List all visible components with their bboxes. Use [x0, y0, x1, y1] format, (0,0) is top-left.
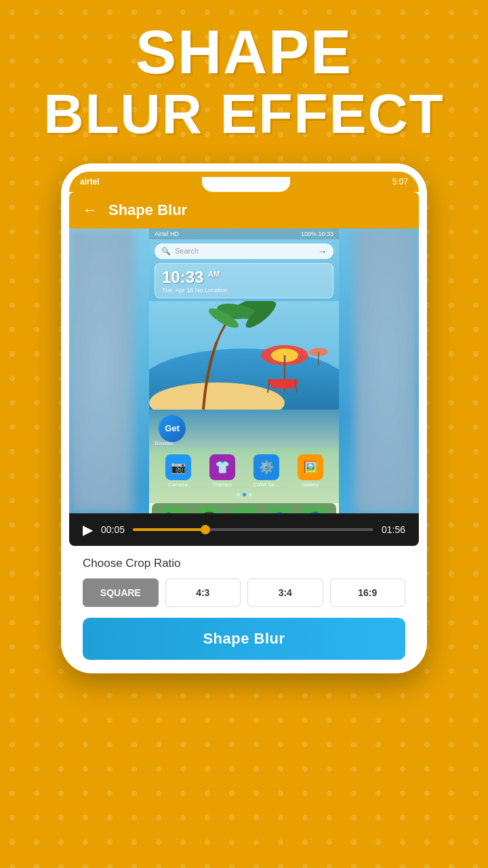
app-bar-title: Shape Blur [108, 201, 187, 219]
svg-rect-11 [271, 384, 295, 389]
inner-icon-camera: 📷 Camera [165, 454, 191, 488]
crop-3-4[interactable]: 3:4 [247, 578, 323, 607]
back-button[interactable]: ← [83, 201, 98, 219]
headline-blur-effect: BLUR EFFECT [43, 85, 444, 143]
shape-blur-button[interactable]: Shape Blur [83, 618, 405, 660]
inner-time-display: 10:33 AM [162, 268, 326, 287]
dock-message: 💬 [197, 507, 221, 513]
inner-icons-row: 📷 Camera 👕 Themes ⚙️ CMM Se... [152, 452, 336, 490]
gallery-icon-box: 🖼️ [298, 454, 323, 480]
beach-scene [149, 301, 339, 410]
cmm-icon-box: ⚙️ [253, 454, 279, 480]
status-time: 5:07 [392, 177, 408, 186]
play-button[interactable]: ▶ [83, 521, 93, 538]
phone-mockup: airtel 5:07 ← Shape Blur Airtel HD [61, 163, 427, 673]
inner-search-arrow: → [318, 246, 327, 256]
inner-icon-themes: 👕 Themes [209, 454, 235, 488]
cmm-label: CMM Se... [253, 481, 279, 488]
page-dots [152, 493, 336, 496]
camera-icon-box: 📷 [165, 454, 191, 480]
inner-time-widget: 10:33 AM Tue, Apr 16 No Location [155, 263, 333, 298]
progress-thumb[interactable] [201, 525, 210, 534]
crop-label: Choose Crop Ratio [83, 557, 405, 570]
camera-label: Camera [168, 481, 187, 488]
time-total: 01:56 [382, 524, 405, 535]
inner-search-bar: 🔍 Search → [155, 243, 333, 259]
app-icons-area: 📷 Camera 👕 Themes ⚙️ CMM Se... [149, 448, 339, 503]
dot-3 [249, 493, 252, 496]
progress-track[interactable] [133, 528, 373, 531]
gallery-label: Gallery [302, 481, 319, 488]
inner-status-bar: Airtel HD 100% 10:33 [149, 229, 339, 239]
blur-right [354, 229, 419, 513]
inner-icon-gallery: 🖼️ Gallery [298, 454, 323, 488]
inner-search-text: Search [175, 247, 314, 255]
dock-phone: 📞 [161, 507, 186, 513]
phone-top-row: airtel 5:07 [69, 172, 419, 192]
status-carrier: airtel [80, 177, 100, 186]
themes-icon-box: 👕 [209, 454, 235, 480]
dot-1 [237, 493, 240, 496]
inner-phone: Airtel HD 100% 10:33 🔍 Search → 10:33 AM [149, 229, 339, 513]
crop-square[interactable]: SQUARE [83, 578, 159, 607]
page-content: SHAPE BLUR EFFECT airtel 5:07 ← Shape Bl… [0, 0, 488, 868]
inner-search-icon: 🔍 [161, 247, 171, 256]
app-bar: ← Shape Blur [69, 192, 419, 229]
time-current: 00:05 [101, 524, 125, 535]
phone-notch [202, 177, 290, 192]
controls-bar: ▶ 00:05 01:56 [69, 513, 419, 546]
themes-label: Themes [212, 481, 232, 488]
crop-4-3[interactable]: 4:3 [165, 578, 241, 607]
crop-options: SQUARE 4:3 3:4 16:9 [83, 578, 405, 607]
progress-fill [133, 528, 205, 531]
dock-browser: 🔵 [302, 507, 327, 513]
booster-circle: Get [159, 415, 186, 442]
dock-apps: ⊞ [232, 507, 256, 513]
booster-label: Booster [155, 440, 174, 446]
svg-rect-10 [268, 379, 298, 384]
booster-row: Get Booster [149, 410, 339, 448]
inner-date: Tue, Apr 16 No Location [162, 287, 326, 294]
bottom-panel: Choose Crop Ratio SQUARE 4:3 3:4 16:9 Sh… [69, 546, 419, 673]
inner-carrier: Airtel HD [155, 231, 179, 237]
screen-content: Airtel HD 100% 10:33 🔍 Search → 10:33 AM [69, 229, 419, 513]
inner-icon-cmm: ⚙️ CMM Se... [253, 454, 279, 488]
dock-contacts: 👤 [267, 507, 291, 513]
inner-time-status: 100% 10:33 [301, 231, 333, 237]
dot-2-active [243, 493, 246, 496]
blur-left [69, 229, 134, 513]
crop-16-9[interactable]: 16:9 [330, 578, 406, 607]
inner-dock: 📞 💬 ⊞ 👤 🔵 [152, 503, 336, 513]
phone-shell: airtel 5:07 ← Shape Blur Airtel HD [61, 163, 427, 673]
headline-shape: SHAPE [136, 20, 352, 85]
